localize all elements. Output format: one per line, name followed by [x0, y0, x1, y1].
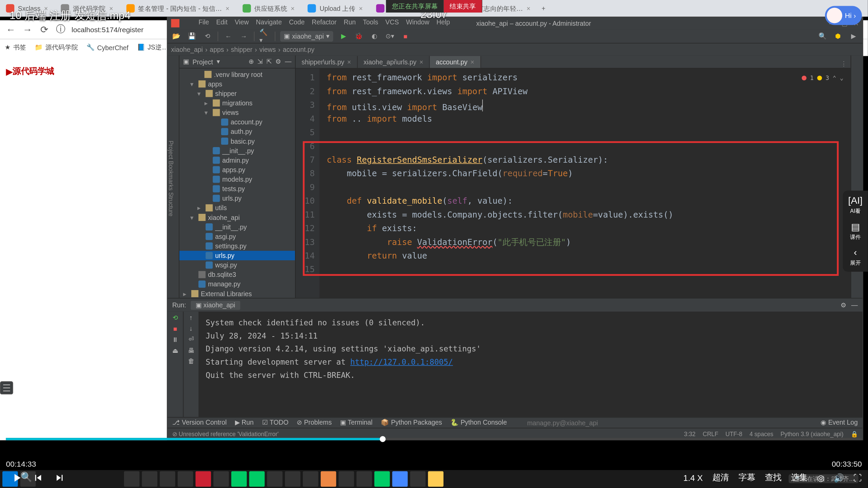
progress-bar[interactable] [6, 438, 862, 440]
exit-button[interactable]: ⏏ [172, 347, 178, 354]
new-tab-button[interactable]: + [537, 2, 549, 14]
tool-problems[interactable]: ⊘ Problems [297, 419, 332, 427]
editor-tab[interactable]: account.py× [430, 56, 481, 68]
hide-panel-icon[interactable]: — [851, 301, 857, 309]
find-button[interactable]: 查找 [765, 472, 782, 483]
server-url-link[interactable]: http://127.0.0.1:8005/ [350, 358, 453, 366]
project-tree[interactable]: .venv library root▾apps▾shipper▸migratio… [179, 68, 295, 298]
stop-button[interactable]: ■ [173, 325, 177, 332]
tree-row[interactable]: ▾xiaohe_api [179, 213, 295, 222]
volume-button[interactable]: 🔊 [834, 473, 844, 483]
tree-row[interactable]: basic.py [179, 137, 295, 146]
user-avatar-badge[interactable]: Hi › [825, 6, 862, 25]
line-separator[interactable]: CRLF [703, 431, 718, 437]
print-button[interactable]: 🖶 [188, 347, 194, 354]
breadcrumb-item[interactable]: apps [210, 46, 224, 53]
file-encoding[interactable]: UTF-8 [725, 431, 742, 437]
expand-all-icon[interactable]: ⇲ [257, 58, 263, 66]
down-button[interactable]: ↓ [190, 325, 193, 332]
debug-button[interactable]: 🐞 [354, 31, 364, 42]
tab-options-icon[interactable]: ⋮ [837, 60, 850, 68]
tool-todo[interactable]: ☑ TODO [262, 419, 289, 427]
soft-wrap-button[interactable]: ⏎ [189, 336, 194, 343]
back-button[interactable]: ← [5, 23, 17, 35]
profile-button[interactable]: ⊙▾ [384, 31, 395, 42]
indent-info[interactable]: 4 spaces [749, 431, 773, 437]
reload-button[interactable]: ⟳ [38, 23, 50, 35]
menu-tools[interactable]: Tools [363, 18, 378, 28]
tree-row[interactable]: ▸utils [179, 203, 295, 212]
tree-row[interactable]: .venv library root [179, 70, 295, 79]
play-button[interactable] [6, 467, 27, 488]
breadcrumb-item[interactable]: xiaohe_api [171, 46, 203, 53]
nav-forward-button[interactable]: → [238, 31, 249, 42]
tree-row[interactable]: __init__.py [179, 222, 295, 232]
editor-tab[interactable]: xiaohe_api\urls.py× [358, 56, 430, 68]
tree-row[interactable]: settings.py [179, 241, 295, 251]
tree-row[interactable]: apps.py [179, 165, 295, 175]
browser-tab[interactable]: 供应链系统× [237, 1, 301, 16]
inspection-widget[interactable]: 1 3 ⌃⌄ [802, 71, 843, 84]
ide-plugin-icon[interactable]: ▶ [848, 31, 859, 42]
menu-edit[interactable]: Edit [216, 18, 228, 28]
collapse-all-icon[interactable]: ⇱ [267, 58, 272, 66]
tool-terminal[interactable]: ▣ Terminal [340, 419, 373, 427]
settings-icon[interactable]: ⚙ [275, 58, 281, 66]
save-button[interactable]: 💾 [186, 31, 197, 42]
tree-row[interactable]: asgi.py [179, 232, 295, 241]
menu-file[interactable]: File [198, 18, 209, 28]
menu-refactor[interactable]: Refactor [312, 18, 337, 28]
menu-run[interactable]: Run [344, 18, 356, 28]
settings-icon[interactable]: ⚙ [841, 301, 847, 309]
close-icon[interactable]: × [419, 58, 423, 65]
next-button[interactable] [49, 467, 70, 488]
bookmark-item[interactable]: ★ 书签 [5, 43, 26, 52]
ai-watch-button[interactable]: [AI]AI看 [848, 196, 863, 215]
breadcrumb-item[interactable]: account.py [283, 46, 315, 53]
run-tab[interactable]: ▣ xiaohe_api [191, 301, 240, 309]
close-icon[interactable]: × [225, 5, 229, 12]
forward-button[interactable]: → [21, 23, 33, 35]
menu-code[interactable]: Code [289, 18, 304, 28]
tree-row[interactable]: ▸External Libraries [179, 289, 295, 298]
info-icon[interactable]: ⓘ [55, 23, 67, 35]
tool-run[interactable]: ▶ Run [235, 419, 254, 427]
menu-navigate[interactable]: Navigate [256, 18, 282, 28]
bookmark-item[interactable]: 📁 源代码学院 [35, 43, 78, 52]
loop-button[interactable]: ◎ [817, 473, 824, 483]
tree-row[interactable]: auth.py [179, 127, 295, 136]
run-button[interactable]: ▶ [338, 31, 349, 42]
stop-button[interactable]: ■ [400, 31, 411, 42]
tree-row[interactable]: urls.py [179, 194, 295, 203]
up-button[interactable]: ↑ [190, 314, 193, 321]
browser-tab[interactable]: Upload 上传× [302, 1, 369, 16]
clear-button[interactable]: 🗑 [188, 358, 194, 365]
breadcrumb-item[interactable]: shipper [231, 46, 252, 53]
bookmark-item[interactable]: 🔧 CyberChef [86, 43, 129, 51]
close-icon[interactable]: × [347, 58, 351, 65]
tree-row[interactable]: tests.py [179, 184, 295, 194]
prev-button[interactable] [27, 467, 49, 488]
caret-position[interactable]: 3:32 [684, 431, 695, 437]
quality-button[interactable]: 超清 [712, 472, 729, 483]
tree-row[interactable]: models.py [179, 175, 295, 184]
tree-row[interactable]: ▾shipper [179, 89, 295, 98]
coverage-button[interactable]: ◐ [369, 31, 380, 42]
tool-version-control[interactable]: ⎇ Version Control [172, 419, 226, 427]
tree-row[interactable]: admin.py [179, 156, 295, 165]
code-content[interactable]: from rest_framework import serializers f… [319, 68, 850, 298]
console-output[interactable]: System check identified no issues (0 sil… [198, 311, 862, 417]
tool-python-packages[interactable]: 📦 Python Packages [381, 419, 442, 427]
search-everywhere-button[interactable]: 🔍 [817, 31, 828, 42]
ide-settings-icon[interactable]: ⬢ [833, 31, 844, 42]
hide-panel-icon[interactable]: — [285, 58, 291, 66]
subtitle-button[interactable]: 字幕 [738, 472, 755, 483]
close-icon[interactable]: × [291, 5, 295, 12]
tool-python-console[interactable]: 🐍 Python Console [450, 419, 507, 427]
tree-row[interactable]: account.py [179, 117, 295, 127]
rerun-button[interactable]: ⟲ [173, 314, 178, 322]
end-share-button[interactable]: 结束共享 [444, 0, 482, 13]
nav-back-button[interactable]: ← [223, 31, 234, 42]
tree-row[interactable]: wsgi.py [179, 260, 295, 270]
tree-row[interactable]: ▾views [179, 108, 295, 117]
